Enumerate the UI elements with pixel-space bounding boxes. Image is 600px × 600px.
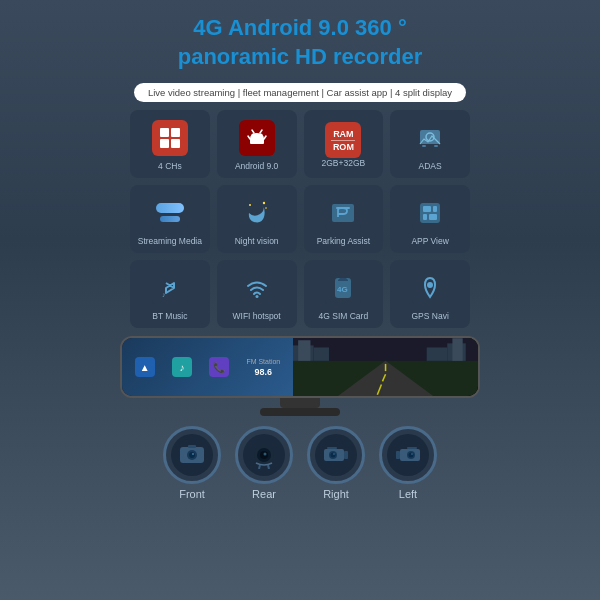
screen-phone-icon: 📞 [209, 357, 229, 377]
feature-night: Night vision [217, 185, 297, 253]
ram-label: 2GB+32GB [322, 158, 366, 168]
front-cam-label: Front [179, 488, 205, 500]
svg-point-42 [192, 453, 194, 455]
device-stand [280, 398, 320, 408]
svg-rect-20 [423, 214, 427, 220]
features-grid: 4 CHs Android 9.0 RAM ROM 2GB+32GB [130, 110, 470, 328]
camera-left: Left [379, 426, 437, 500]
feature-adas: ADAS [390, 110, 470, 178]
svg-rect-37 [313, 348, 328, 361]
svg-point-13 [262, 201, 264, 203]
feature-4g: 4G 4G SIM Card [304, 260, 384, 328]
ramrom-icon: RAM ROM [325, 122, 361, 158]
svg-rect-61 [407, 447, 417, 449]
feature-wifi: WIFI hotspot [217, 260, 297, 328]
svg-rect-51 [344, 451, 348, 459]
svg-rect-0 [160, 128, 169, 137]
device-section: ▲ ♪ 📞 FM Station 98.6 [120, 336, 480, 416]
svg-point-23 [255, 295, 258, 298]
adas-label: ADAS [419, 161, 442, 171]
svg-point-47 [264, 453, 267, 456]
svg-rect-3 [171, 139, 180, 148]
feature-android: Android 9.0 [217, 110, 297, 178]
svg-rect-10 [422, 145, 426, 147]
subtitle-bar: Live video streaming | fleet management … [134, 83, 466, 102]
svg-rect-21 [429, 214, 437, 220]
right-cam-inner [315, 434, 357, 476]
radio-label: FM Station [246, 358, 280, 365]
4g-label: 4G SIM Card [319, 311, 369, 321]
gps-label: GPS Navi [411, 311, 448, 321]
bt-label: BT Music [152, 311, 187, 321]
device-base [260, 408, 340, 416]
svg-rect-15 [332, 204, 354, 222]
screen-left-panel: ▲ ♪ 📞 FM Station 98.6 [122, 338, 293, 396]
svg-line-49 [268, 465, 269, 469]
night-icon [239, 195, 275, 231]
svg-rect-11 [434, 145, 438, 147]
svg-point-54 [333, 453, 335, 455]
left-cam-label: Left [399, 488, 417, 500]
device-screen: ▲ ♪ 📞 FM Station 98.6 [120, 336, 480, 398]
feature-4chs: 4 CHs [130, 110, 210, 178]
parking-icon [325, 195, 361, 231]
streaming-icon [152, 195, 188, 231]
4chs-icon [152, 120, 188, 156]
svg-rect-34 [298, 340, 310, 361]
svg-rect-36 [452, 338, 462, 361]
svg-rect-38 [427, 348, 448, 361]
svg-rect-19 [433, 206, 437, 212]
adas-icon [412, 120, 448, 156]
svg-rect-1 [171, 128, 180, 137]
left-cam-inner [387, 434, 429, 476]
feature-parking: Parking Assist [304, 185, 384, 253]
front-cam-inner [171, 434, 213, 476]
svg-line-6 [248, 136, 250, 139]
app-label: APP View [411, 236, 449, 246]
svg-rect-43 [188, 445, 196, 448]
screen-camera-panel [293, 338, 478, 396]
svg-rect-57 [396, 451, 400, 459]
wifi-icon [239, 270, 275, 306]
main-title: 4G Android 9.0 360 ° panoramic HD record… [178, 14, 423, 71]
left-cam-circle [379, 426, 437, 484]
feature-streaming: Streaming Media [130, 185, 210, 253]
radio-freq: 98.6 [255, 367, 273, 377]
4chs-label: 4 CHs [158, 161, 182, 171]
right-cam-circle [307, 426, 365, 484]
svg-rect-18 [423, 206, 431, 212]
svg-point-26 [427, 282, 433, 288]
gps-icon [412, 270, 448, 306]
svg-point-53 [331, 453, 336, 458]
parking-label: Parking Assist [317, 236, 370, 246]
svg-rect-8 [420, 130, 440, 144]
android-label: Android 9.0 [235, 161, 278, 171]
svg-point-60 [411, 453, 413, 455]
4g-icon: 4G [325, 270, 361, 306]
rear-cam-circle [235, 426, 293, 484]
night-label: Night vision [235, 236, 279, 246]
rear-cam-inner [243, 434, 285, 476]
screen-music-icon: ♪ [172, 357, 192, 377]
cameras-row: Front Rear [120, 426, 480, 500]
feature-ram: RAM ROM 2GB+32GB [304, 110, 384, 178]
feature-app: APP View [390, 185, 470, 253]
title-section: 4G Android 9.0 360 ° panoramic HD record… [158, 0, 443, 77]
svg-point-12 [249, 204, 251, 206]
svg-line-48 [259, 465, 260, 469]
camera-rear: Rear [235, 426, 293, 500]
svg-point-59 [409, 453, 414, 458]
svg-rect-2 [160, 139, 169, 148]
feature-bt: ♪ BT Music [130, 260, 210, 328]
camera-front: Front [163, 426, 221, 500]
bt-icon: ♪ [152, 270, 188, 306]
android-icon [239, 120, 275, 156]
feature-gps: GPS Navi [390, 260, 470, 328]
front-cam-circle [163, 426, 221, 484]
svg-text:♪: ♪ [162, 291, 166, 298]
app-icon [412, 195, 448, 231]
svg-rect-55 [327, 447, 337, 449]
rear-cam-label: Rear [252, 488, 276, 500]
svg-point-41 [189, 452, 195, 458]
screen-nav-icon: ▲ [135, 357, 155, 377]
